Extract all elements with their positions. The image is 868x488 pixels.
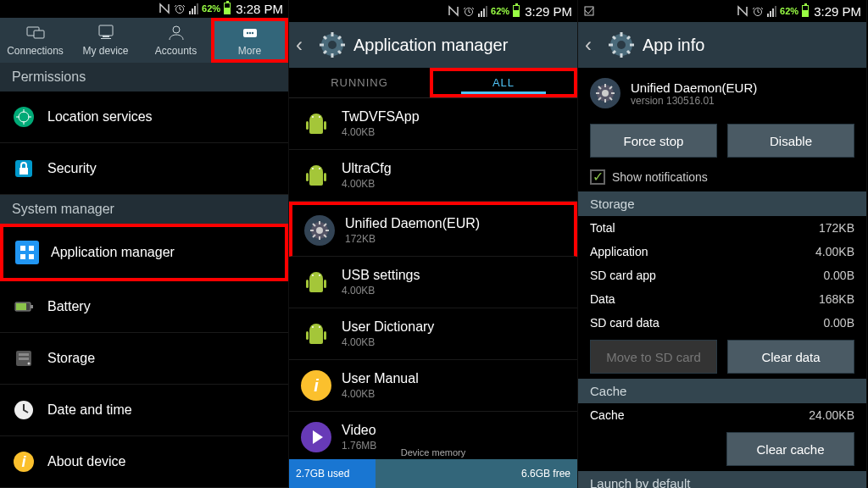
svg-point-6 [173, 26, 180, 33]
svg-point-42 [316, 227, 323, 234]
svg-point-43 [312, 274, 314, 276]
status-bar: 62% 3:28 PM [0, 0, 288, 18]
svg-point-47 [312, 326, 314, 328]
row-application-manager[interactable]: Application manager [0, 224, 288, 281]
back-icon[interactable]: ‹ [585, 33, 600, 57]
svg-point-9 [248, 32, 250, 34]
settings-gear-icon [609, 32, 634, 58]
tab-label: Accounts [155, 45, 197, 57]
tab-more[interactable]: More [211, 18, 288, 63]
disable-button[interactable]: Disable [727, 124, 854, 158]
tab-all[interactable]: ALL [430, 68, 577, 97]
memory-free: 6.6GB free [376, 468, 577, 480]
accounts-icon [165, 23, 187, 42]
app-row[interactable]: i User Manual4.00KB [289, 360, 577, 412]
signal-icon [767, 6, 776, 17]
section-permissions: Permissions [0, 63, 288, 92]
tab-label: Connections [7, 45, 64, 57]
app-name: UltraCfg [342, 161, 392, 176]
location-icon [12, 105, 36, 129]
row-storage[interactable]: Storage [0, 333, 288, 385]
clear-cache-button[interactable]: Clear cache [726, 432, 854, 466]
svg-rect-35 [306, 121, 309, 130]
clock-icon [12, 398, 36, 422]
row-label: Storage [47, 351, 95, 366]
app-row[interactable]: TwDVFSApp4.00KB [289, 98, 577, 150]
svg-point-8 [246, 32, 248, 34]
connections-icon [25, 23, 47, 42]
checkbox-icon: ✓ [590, 169, 605, 185]
storage-icon [12, 347, 36, 370]
tab-connections[interactable]: Connections [0, 18, 70, 63]
tab-label: More [238, 45, 261, 57]
tab-my-device[interactable]: My device [70, 18, 141, 63]
battery-icon [802, 5, 809, 17]
settings-tabs: Connections My device Accounts More [0, 18, 288, 63]
launch-header: Launch by default [578, 471, 866, 488]
storage-row: SD card data0.00B [578, 311, 866, 335]
row-location-services[interactable]: Location services [0, 92, 288, 143]
svg-rect-40 [324, 173, 326, 181]
svg-rect-24 [19, 353, 29, 356]
back-icon[interactable]: ‹ [296, 33, 311, 57]
android-icon [301, 267, 331, 297]
svg-point-37 [312, 168, 314, 169]
app-size: 1.76MB [342, 440, 376, 452]
status-bar: 62% 3:29 PM [578, 0, 866, 22]
svg-rect-50 [324, 331, 326, 340]
device-icon [95, 23, 117, 42]
svg-point-32 [328, 41, 337, 49]
battery-percent: 62% [491, 6, 509, 16]
app-row[interactable]: UltraCfg4.00KB [289, 150, 577, 202]
screenshot-icon [583, 5, 595, 17]
svg-rect-45 [306, 280, 309, 288]
app-size: 4.00KB [342, 285, 420, 297]
show-notifications-checkbox[interactable]: ✓ Show notifications [578, 163, 866, 191]
app-name: Video [342, 423, 376, 438]
play-icon [301, 422, 331, 452]
manager-tabs: RUNNING ALL [289, 68, 577, 98]
svg-rect-2 [34, 30, 44, 38]
svg-point-34 [319, 116, 320, 118]
svg-rect-14 [19, 168, 28, 175]
settings-gear-icon [320, 32, 345, 58]
battery-icon [12, 295, 36, 319]
nfc-icon [737, 5, 748, 17]
svg-point-54 [617, 41, 626, 49]
svg-point-44 [319, 274, 320, 276]
checkbox-label: Show notifications [612, 170, 708, 184]
clear-data-button[interactable]: Clear data [727, 340, 854, 374]
row-date-time[interactable]: Date and time [0, 385, 288, 436]
app-row[interactable]: USB settings4.00KB [289, 257, 577, 308]
svg-rect-4 [103, 36, 109, 37]
storage-header: Storage [578, 191, 866, 216]
app-version: version 130516.01 [631, 95, 757, 107]
gear-icon [304, 215, 335, 246]
row-security[interactable]: Security [0, 143, 288, 195]
app-name: User Manual [342, 371, 419, 386]
more-icon [239, 23, 261, 42]
clock-text: 3:29 PM [814, 4, 861, 19]
header-title: App info [643, 36, 704, 55]
android-icon [301, 319, 331, 349]
svg-point-56 [602, 90, 609, 97]
force-stop-button[interactable]: Force stop [590, 124, 717, 158]
battery-icon [513, 5, 520, 17]
app-name: Unified Daemon(EUR) [345, 216, 480, 231]
app-row-highlighted[interactable]: Unified Daemon(EUR)172KB [289, 202, 577, 257]
svg-rect-5 [101, 38, 111, 39]
app-list[interactable]: TwDVFSApp4.00KB UltraCfg4.00KB Unified D… [289, 98, 577, 459]
move-to-sd-button: Move to SD card [590, 340, 717, 374]
battery-icon [224, 3, 231, 14]
app-size: 4.00KB [342, 336, 434, 348]
alarm-icon [752, 5, 764, 17]
alarm-icon [463, 5, 475, 17]
app-row[interactable]: User Dictionary4.00KB [289, 308, 577, 360]
row-about-device[interactable]: i About device [0, 436, 288, 488]
svg-rect-46 [324, 280, 326, 288]
row-battery[interactable]: Battery [0, 281, 288, 333]
nfc-icon [448, 5, 459, 17]
tab-accounts[interactable]: Accounts [141, 18, 211, 63]
tab-running[interactable]: RUNNING [289, 68, 430, 97]
storage-row: Total172KB [578, 216, 866, 240]
